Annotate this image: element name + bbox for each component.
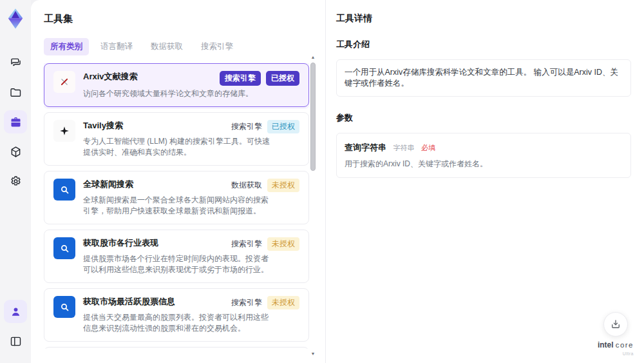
sidebar-bottom	[4, 297, 27, 363]
param-description: 用于搜索的Arxiv ID、关键字或作者姓名。	[345, 159, 623, 170]
tool-card[interactable]: 获取股市各行业表现 搜索引擎 未授权 提供股票市场各个行业在特定时间段内的表现。…	[44, 230, 309, 283]
param-type: 字符串	[393, 144, 414, 152]
tool-title: 获取股市各行业表现	[83, 237, 158, 249]
download-button[interactable]	[603, 312, 628, 337]
sidebar-item-chat[interactable]	[4, 51, 27, 74]
search-icon	[53, 179, 75, 201]
search-icon	[53, 296, 75, 318]
tab-label: 所有类别	[50, 42, 82, 51]
category-tab[interactable]: 语言翻译	[94, 38, 139, 55]
intro-heading: 工具介绍	[336, 39, 631, 50]
tool-card-list: Arxiv文献搜索 搜索引擎 已授权 访问各个研究领域大量科学论文和文章的存储库…	[44, 63, 309, 349]
folder-icon	[9, 86, 23, 99]
sidebar-item-person[interactable]	[4, 300, 27, 323]
tool-category-badge: 搜索引擎	[231, 297, 262, 308]
scroll-down-icon[interactable]: ▼	[310, 351, 316, 357]
tools-list-panel: 工具集 所有类别 语言翻译 数据获取 搜索引擎 Arxiv文献搜索 搜索引擎 已…	[31, 0, 325, 363]
app-sidebar	[0, 0, 31, 363]
tab-label: 搜索引擎	[201, 42, 233, 51]
panel-toggle-icon	[9, 335, 23, 348]
sidebar-nav	[4, 48, 27, 196]
tool-auth-badge: 未授权	[267, 296, 299, 309]
tool-category-badge: 搜索引擎	[231, 121, 262, 132]
tool-description: 全球新闻搜索是一个聚合全球各大新闻网站内容的搜索引擎，帮助用户快速获取全球最新资…	[83, 195, 271, 217]
app-logo-icon	[6, 8, 25, 30]
sidebar-item-panel-toggle[interactable]	[4, 329, 27, 353]
tool-auth-badge: 未授权	[267, 179, 299, 192]
intro-card: 一个用于从Arxiv存储库搜索科学论文和文章的工具。 输入可以是Arxiv ID…	[336, 59, 631, 97]
tool-description: 提供当天交易量最高的股票列表。投资者可以利用这些信息来识别流动性强的股票和潜在的…	[83, 312, 271, 334]
tool-title: Tavily搜索	[83, 120, 123, 132]
category-tab[interactable]: 搜索引擎	[194, 38, 240, 55]
tab-label: 数据获取	[151, 42, 183, 51]
tool-card[interactable]: Arxiv文献搜索 搜索引擎 已授权 访问各个研究领域大量科学论文和文章的存储库…	[44, 63, 309, 107]
params-list: 查询字符串 字符串 必填 用于搜索的Arxiv ID、关键字或作者姓名。	[336, 133, 631, 178]
params-heading: 参数	[336, 112, 631, 124]
tavily-icon	[53, 120, 75, 142]
briefcase-icon	[9, 115, 23, 129]
footer-brand-area: intelcore Ultra	[598, 312, 634, 358]
tool-card[interactable]: Tavily搜索 搜索引擎 已授权 专为人工智能代理 (LLM) 构建的搜索引擎…	[44, 112, 309, 166]
tool-title: 获取市场最活跃股票信息	[83, 296, 175, 308]
tool-card[interactable]: 万维地区新闻查询 搜索引擎 未授权 查询具体行政区划内的新闻，快速了解各地新闻动…	[44, 347, 309, 349]
tab-label: 语言翻译	[100, 42, 133, 51]
sidebar-item-gear[interactable]	[4, 170, 27, 193]
tool-category-badge: 搜索引擎	[220, 71, 261, 86]
sidebar-item-cube[interactable]	[4, 140, 27, 163]
detail-title: 工具详情	[336, 13, 631, 25]
intel-core-logo: intelcore Ultra	[598, 341, 634, 358]
tool-title: 全球新闻搜索	[83, 179, 133, 190]
scrollbar-thumb[interactable]	[310, 63, 316, 171]
main-surface: 工具集 所有类别 语言翻译 数据获取 搜索引擎 Arxiv文献搜索 搜索引擎 已…	[31, 0, 644, 363]
category-tab[interactable]: 所有类别	[44, 38, 89, 55]
list-scrollbar[interactable]: ▲ ▼	[310, 54, 316, 357]
tool-auth-badge: 已授权	[266, 71, 299, 86]
tool-category-badge: 搜索引擎	[231, 239, 262, 250]
tool-description: 专为人工智能代理 (LLM) 构建的搜索引擎工具。可快速提供实时、准确和真实的结…	[83, 136, 271, 158]
chat-icon	[9, 56, 23, 70]
tool-description: 访问各个研究领域大量科学论文和文章的存储库。	[83, 88, 271, 99]
param-card: 查询字符串 字符串 必填 用于搜索的Arxiv ID、关键字或作者姓名。	[336, 133, 631, 178]
page-title: 工具集	[44, 13, 312, 25]
category-tabs: 所有类别 语言翻译 数据获取 搜索引擎	[44, 38, 312, 55]
search-icon	[53, 237, 75, 259]
arxiv-icon	[53, 71, 75, 93]
param-required-badge: 必填	[421, 144, 435, 152]
tool-card[interactable]: 全球新闻搜索 数据获取 未授权 全球新闻搜索是一个聚合全球各大新闻网站内容的搜索…	[44, 171, 309, 224]
tool-title: Arxiv文献搜索	[83, 71, 138, 83]
gear-icon	[9, 175, 23, 188]
tool-description: 提供股票市场各个行业在特定时间段内的表现。投资者可以利用这些信息来识别表现优于或…	[83, 253, 271, 275]
download-icon	[610, 319, 621, 330]
cube-icon	[9, 145, 23, 159]
person-icon	[10, 306, 22, 318]
scroll-up-icon[interactable]: ▲	[310, 54, 316, 60]
category-tab[interactable]: 数据获取	[144, 38, 189, 55]
tool-auth-badge: 已授权	[267, 120, 299, 133]
sidebar-item-briefcase[interactable]	[4, 110, 27, 133]
tool-category-badge: 数据获取	[231, 180, 262, 191]
tool-card[interactable]: 获取市场最活跃股票信息 搜索引擎 未授权 提供当天交易量最高的股票列表。投资者可…	[44, 288, 309, 342]
tool-auth-badge: 未授权	[267, 237, 299, 251]
sidebar-item-folder[interactable]	[4, 81, 27, 104]
tool-detail-panel: 工具详情 工具介绍 一个用于从Arxiv存储库搜索科学论文和文章的工具。 输入可…	[325, 0, 644, 363]
param-name: 查询字符串	[345, 142, 386, 152]
